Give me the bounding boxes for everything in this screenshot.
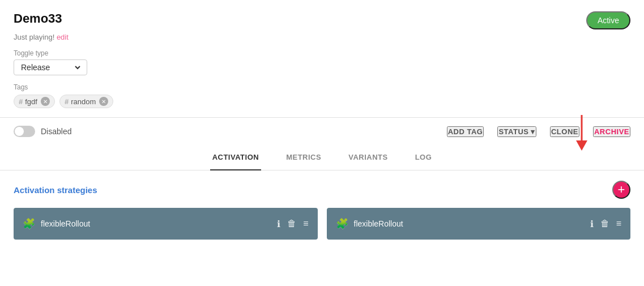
tag-name-fgdf: fgdf xyxy=(25,97,37,106)
menu-icon-2[interactable]: ≡ xyxy=(616,219,621,229)
tags-section: Tags # fgdf ✕ # random ✕ xyxy=(14,83,630,108)
tab-activation[interactable]: ACTIVATION xyxy=(210,145,262,170)
strategy-name-1: flexibleRollout xyxy=(41,219,90,228)
tabs-bar: ACTIVATION METRICS VARIANTS LOG xyxy=(0,145,644,170)
status-button[interactable]: STATUS ▾ xyxy=(497,126,536,137)
tags-label: Tags xyxy=(14,83,630,91)
tab-activation-label: ACTIVATION xyxy=(212,153,259,161)
description-row: Just playing! edit xyxy=(14,33,630,41)
content-section: Activation strategies + 🧩 flexibleRollou… xyxy=(0,170,644,250)
toggle-type-select[interactable]: Release Kill switch Experiment Operation… xyxy=(14,59,87,75)
puzzle-icon-2: 🧩 xyxy=(336,217,348,230)
strategy-cards: 🧩 flexibleRollout ℹ 🗑 ≡ 🧩 flexibleRollou… xyxy=(14,208,630,240)
tab-log-label: LOG xyxy=(415,153,432,161)
info-icon-2[interactable]: ℹ xyxy=(590,219,594,229)
strategy-name-2: flexibleRollout xyxy=(354,219,403,228)
active-badge-button[interactable]: Active xyxy=(586,11,630,29)
page-container: Demo33 Active Just playing! edit Toggle … xyxy=(0,0,644,286)
tag-name-random: random xyxy=(71,97,96,106)
strategy-actions-2: ℹ 🗑 ≡ xyxy=(590,219,621,229)
strategy-card-1: 🧩 flexibleRollout ℹ 🗑 ≡ xyxy=(14,208,318,240)
status-button-label: STATUS xyxy=(498,127,528,136)
feature-title: Demo33 xyxy=(14,11,62,26)
add-strategy-button[interactable]: + xyxy=(612,181,630,199)
tag-hash-icon-2: # xyxy=(65,97,69,106)
tab-variants[interactable]: VARIANTS xyxy=(346,145,390,170)
add-strategy-icon: + xyxy=(618,183,625,196)
tags-row: # fgdf ✕ # random ✕ xyxy=(14,95,630,108)
delete-icon-2[interactable]: 🗑 xyxy=(600,219,609,229)
tag-chip-fgdf: # fgdf ✕ xyxy=(14,95,55,108)
puzzle-icon-1: 🧩 xyxy=(23,217,35,230)
menu-icon-1[interactable]: ≡ xyxy=(303,219,308,229)
tab-metrics-label: METRICS xyxy=(286,153,321,161)
action-buttons: ADD TAG STATUS ▾ CLONE ARCHIVE xyxy=(447,126,630,137)
title-row: Demo33 Active xyxy=(14,11,630,29)
strategies-title: Activation strategies xyxy=(14,185,97,195)
delete-icon-1[interactable]: 🗑 xyxy=(287,219,296,229)
strategy-left-1: 🧩 flexibleRollout xyxy=(23,217,90,230)
add-tag-button[interactable]: ADD TAG xyxy=(447,126,484,137)
info-icon-1[interactable]: ℹ xyxy=(277,219,280,229)
toggle-switch-area: Disabled xyxy=(14,126,71,137)
toggle-type-section: Toggle type Release Kill switch Experime… xyxy=(14,49,630,75)
strategy-card-2: 🧩 flexibleRollout ℹ 🗑 ≡ xyxy=(327,208,631,240)
chevron-down-icon: ▾ xyxy=(531,127,535,136)
tag-hash-icon: # xyxy=(19,97,23,106)
tag-close-fgdf[interactable]: ✕ xyxy=(41,97,50,106)
disabled-label: Disabled xyxy=(41,127,71,136)
tag-close-random[interactable]: ✕ xyxy=(99,97,108,106)
tab-variants-label: VARIANTS xyxy=(348,153,387,161)
clone-button[interactable]: CLONE xyxy=(550,126,579,137)
header-section: Demo33 Active Just playing! edit Toggle … xyxy=(0,0,644,108)
toggle-type-label: Toggle type xyxy=(14,49,630,57)
description-text: Just playing! xyxy=(14,33,54,41)
tab-log[interactable]: LOG xyxy=(413,145,434,170)
strategies-header: Activation strategies + xyxy=(14,181,630,199)
tab-metrics[interactable]: METRICS xyxy=(284,145,323,170)
archive-button[interactable]: ARCHIVE xyxy=(593,126,630,137)
enabled-toggle[interactable] xyxy=(14,126,35,137)
toggle-type-dropdown[interactable]: Release Kill switch Experiment Operation… xyxy=(19,62,82,72)
strategy-left-2: 🧩 flexibleRollout xyxy=(336,217,403,230)
tag-chip-random: # random ✕ xyxy=(59,95,113,108)
strategy-actions-1: ℹ 🗑 ≡ xyxy=(277,219,308,229)
edit-link[interactable]: edit xyxy=(57,33,69,41)
action-bar: Disabled ADD TAG STATUS ▾ CLONE ARCHIVE xyxy=(0,117,644,145)
